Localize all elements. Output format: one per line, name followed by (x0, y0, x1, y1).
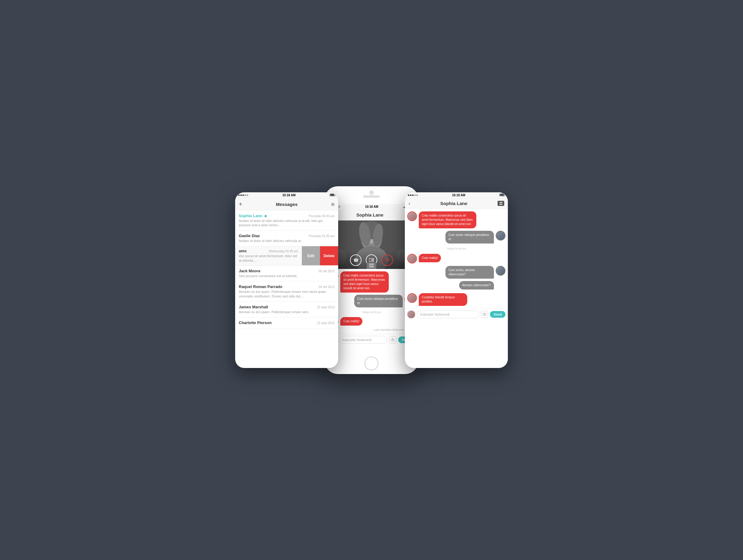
left-time: 10:18 AM (282, 193, 296, 197)
video-icon (369, 258, 374, 262)
right-avatar-5 (407, 293, 417, 303)
bubble-1: Cras mattis consectetur purus sit amet f… (340, 271, 389, 292)
rdot-1 (408, 194, 409, 196)
right-back-arrow[interactable]: ‹ (408, 201, 410, 206)
add-button[interactable]: + (239, 201, 243, 208)
dot-2 (240, 194, 242, 196)
right-avatar-1 (407, 212, 417, 221)
right-face-5 (408, 294, 417, 302)
battery-icon (330, 193, 335, 196)
rdot-5 (417, 194, 418, 196)
center-chat-messages: Cras mattis consectetur purus sit amet f… (327, 269, 416, 334)
right-avatar-4 (496, 266, 506, 276)
convo-sophia[interactable]: Sophia Lane Thursday 04:45 am Nullam id … (235, 211, 338, 231)
right-msg-3: Cras mattis! (407, 254, 506, 264)
svg-marker-11 (372, 259, 374, 262)
center-time: 10:18 AM (365, 205, 379, 208)
msg-row-3: Cras mattis! (330, 317, 413, 326)
liked-notice: Luke Davidsen liked your photo. (330, 328, 413, 331)
right-bubble-3: Cras mattis! (419, 254, 441, 262)
cdot-5 (339, 206, 340, 207)
jack-name: Jack Moore (239, 269, 261, 273)
scene: 10:18 AM + Messages ⊞ Sophia Lane Thursd… (235, 177, 508, 383)
msg-row-2: Cum sociis natoque penatibus et (330, 295, 413, 308)
right-contact-name: Sophia Lane (440, 201, 467, 206)
messages-title: Messages (243, 202, 331, 207)
left-status-icons (330, 193, 335, 197)
home-button[interactable] (364, 357, 379, 370)
raquel-preview: Aenean eu leo quam. Pellentesque ornare … (239, 289, 335, 298)
menu-line-2 (369, 265, 374, 266)
sophia-name: Sophia Lane (239, 214, 267, 218)
conversation-list: Sophia Lane Thursday 04:45 am Nullam id … (235, 211, 338, 329)
right-signal-dots (408, 194, 418, 196)
right-time: 10:18 AM (452, 193, 466, 197)
rmenu-line3 (499, 204, 502, 205)
heart-icon (385, 258, 389, 262)
center-status-bar: 10:18 AM (327, 204, 416, 210)
menu-line-3 (369, 267, 374, 267)
center-phone-screen: 10:18 AM ‹ Sophia Lane (327, 204, 416, 354)
center-contact-name: Sophia Lane (356, 212, 383, 218)
back-left-phone: 10:18 AM + Messages ⊞ Sophia Lane Thursd… (235, 192, 338, 368)
dot-4 (245, 194, 246, 196)
jack-time: 05 okt 2013 (319, 270, 335, 273)
heart-button[interactable] (382, 254, 393, 266)
right-input-avatar (407, 311, 415, 318)
gaelle-preview: Nullam id dolor id nibh ultricies vehicu… (239, 239, 335, 243)
right-msg-4: Cum sociis, aenean ullamcorper? (407, 266, 506, 279)
right-spacer (496, 281, 506, 291)
right-send-button[interactable]: Send (490, 311, 506, 318)
convo-gaelle[interactable]: Gaelle Diaz Thursday 01:45 am Nullam id … (235, 231, 338, 246)
right-msg-1: Cras mattis consectetur purus sit amet f… (407, 212, 506, 228)
right-msg-6: Curabitur blandit tempus porttitor. (407, 293, 506, 306)
unread-dot (265, 215, 267, 217)
right-status-icons (499, 193, 505, 197)
right-bubble-4: Cum sociis, aenean ullamcorper? (445, 266, 494, 279)
convo-raquel[interactable]: Raquel Roman Parrado 04 okt 2013 Aenean … (235, 281, 338, 302)
james-preview: Aenean eu leo quam. Pellentesque ornare … (239, 310, 335, 314)
right-face-4 (496, 267, 505, 275)
signal-dots (238, 194, 248, 196)
charlotte-name: Charlotte Pierson (239, 320, 271, 325)
dot-3 (243, 194, 244, 196)
phone-speaker (363, 195, 380, 198)
right-message-input[interactable] (417, 311, 479, 318)
right-msg-5: Aenean ullamcorper? (407, 281, 506, 291)
left-status-bar: 10:18 AM (235, 192, 338, 198)
edit-icon[interactable]: ⊞ (331, 202, 335, 206)
svg-point-13 (392, 339, 393, 340)
james-name: James Marshall (239, 305, 268, 309)
right-face-1 (408, 212, 417, 221)
convo-james[interactable]: James Marshall 22 sept 2013 Aenean eu le… (235, 302, 338, 317)
swipe-convo-content[interactable]: ams Wednesday 02:45 pm etur purus sit am… (235, 246, 302, 265)
dot-1 (238, 194, 240, 196)
edit-button[interactable]: Edit (302, 246, 320, 265)
sophia-time: Thursday 04:45 am (308, 215, 335, 218)
right-bubble-1: Cras mattis consectetur purus sit amet f… (419, 212, 476, 228)
call-button[interactable]: ☎ (350, 254, 361, 266)
camera-button[interactable] (389, 336, 396, 343)
right-battery-fill (500, 194, 504, 196)
ams-time: Wednesday 02:45 pm (269, 249, 298, 253)
svg-point-15 (484, 314, 485, 315)
delete-button[interactable]: Delete (320, 246, 338, 265)
convo-charlotte[interactable]: Charlotte Pierson 22 sept 2013 (235, 317, 338, 329)
center-chat-header: ‹ Sophia Lane (327, 210, 416, 221)
convo-swipe-item: ams Wednesday 02:45 pm etur purus sit am… (235, 246, 338, 266)
right-camera-button[interactable] (481, 311, 488, 318)
sophia-preview: Nullam id dolor id nibh ultricies vehicu… (239, 219, 335, 227)
right-menu-button[interactable] (497, 201, 504, 206)
center-message-input[interactable] (339, 336, 387, 344)
hero-menu-bar[interactable] (367, 262, 376, 269)
svg-rect-10 (369, 259, 372, 262)
convo-jack[interactable]: Jack Moore 05 okt 2013 Sed posuere conse… (235, 266, 338, 281)
battery-fill (330, 194, 334, 196)
right-battery (499, 193, 505, 196)
right-chat-header: ‹ Sophia Lane (405, 198, 508, 209)
camera-icon (391, 338, 395, 341)
right-avatar-3 (407, 254, 417, 264)
raquel-name: Raquel Roman Parrado (239, 284, 282, 289)
bubble-2: Cum sociis natoque penatibus et (354, 295, 403, 308)
jack-preview: Sed posuere consectetur est at lobortis. (239, 274, 335, 278)
